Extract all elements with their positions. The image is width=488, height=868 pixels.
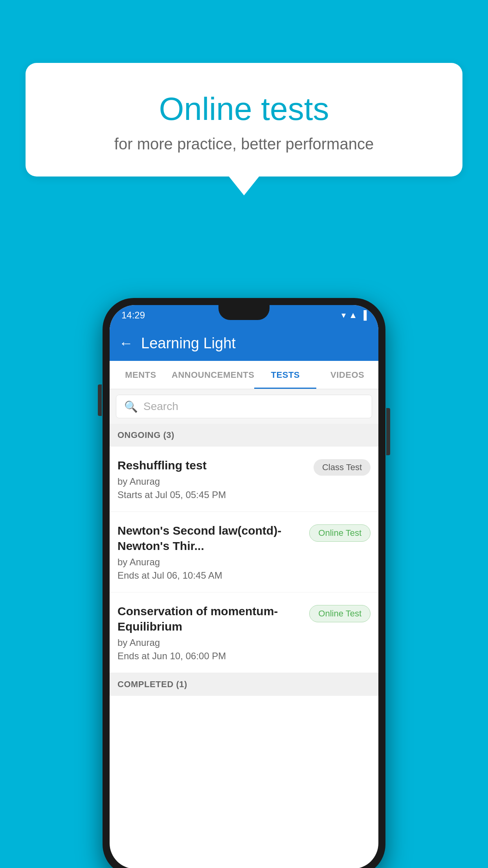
test-item-3[interactable]: Conservation of momentum-Equilibrium by …: [110, 592, 378, 673]
tab-bar: MENTS ANNOUNCEMENTS TESTS VIDEOS: [110, 361, 378, 389]
power-button: [386, 408, 390, 455]
speech-bubble-arrow: [228, 176, 260, 195]
test-info-2: Newton's Second law(contd)-Newton's Thir…: [117, 523, 303, 581]
app-title: Learning Light: [141, 335, 236, 352]
test-item-2[interactable]: Newton's Second law(contd)-Newton's Thir…: [110, 512, 378, 592]
search-container: 🔍 Search: [110, 389, 378, 424]
speech-bubble-subtitle: for more practice, better performance: [49, 135, 439, 153]
test-list: Reshuffling test by Anurag Starts at Jul…: [110, 447, 378, 673]
test-title-3: Conservation of momentum-Equilibrium: [117, 603, 303, 634]
test-date-3: Ends at Jun 10, 06:00 PM: [117, 651, 303, 662]
status-bar: 14:29 ▾ ▲ ▐: [110, 305, 378, 326]
phone-screen: 14:29 ▾ ▲ ▐ ← Learning Light MENTS ANNOU…: [110, 305, 378, 868]
test-author-1: by Anurag: [117, 476, 307, 487]
speech-bubble-title: Online tests: [49, 90, 439, 127]
status-icons: ▾ ▲ ▐: [341, 310, 367, 320]
status-time: 14:29: [121, 310, 145, 321]
test-title-1: Reshuffling test: [117, 458, 307, 473]
completed-section-header: COMPLETED (1): [110, 673, 378, 696]
test-author-2: by Anurag: [117, 557, 303, 568]
phone-frame: 14:29 ▾ ▲ ▐ ← Learning Light MENTS ANNOU…: [103, 298, 385, 868]
test-info-1: Reshuffling test by Anurag Starts at Jul…: [117, 458, 307, 500]
test-date-2: Ends at Jul 06, 10:45 AM: [117, 570, 303, 581]
wifi-icon: ▾: [341, 310, 346, 320]
test-date-1: Starts at Jul 05, 05:45 PM: [117, 489, 307, 500]
test-info-3: Conservation of momentum-Equilibrium by …: [117, 603, 303, 662]
tab-videos[interactable]: VIDEOS: [316, 361, 378, 389]
test-badge-1: Class Test: [314, 459, 371, 476]
test-item-1[interactable]: Reshuffling test by Anurag Starts at Jul…: [110, 447, 378, 512]
volume-button: [98, 384, 102, 416]
test-badge-2: Online Test: [309, 524, 371, 542]
speech-bubble: Online tests for more practice, better p…: [26, 63, 462, 177]
app-bar: ← Learning Light: [110, 326, 378, 361]
search-icon: 🔍: [124, 400, 138, 413]
ongoing-section-header: ONGOING (3): [110, 424, 378, 447]
test-badge-3: Online Test: [309, 605, 371, 622]
test-author-3: by Anurag: [117, 637, 303, 648]
back-button[interactable]: ←: [119, 335, 133, 351]
signal-icon: ▲: [349, 310, 358, 320]
tab-ments[interactable]: MENTS: [110, 361, 172, 389]
tab-announcements[interactable]: ANNOUNCEMENTS: [172, 361, 255, 389]
search-placeholder: Search: [143, 400, 178, 413]
search-bar[interactable]: 🔍 Search: [116, 395, 372, 418]
tab-tests[interactable]: TESTS: [254, 361, 316, 389]
notch: [218, 305, 270, 320]
test-title-2: Newton's Second law(contd)-Newton's Thir…: [117, 523, 303, 554]
battery-icon: ▐: [360, 310, 367, 320]
speech-bubble-container: Online tests for more practice, better p…: [26, 63, 462, 195]
